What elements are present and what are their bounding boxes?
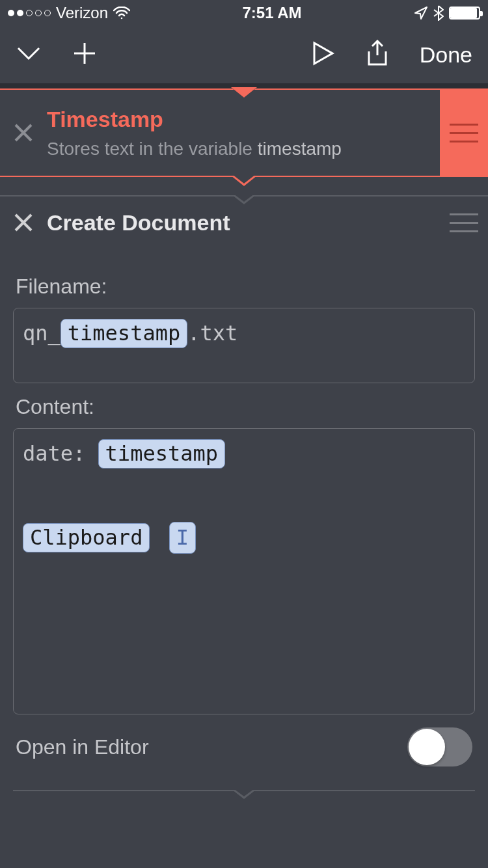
cursor-indicator: I [169,522,196,554]
reorder-handle[interactable] [440,90,488,176]
remove-step-button[interactable] [0,213,47,232]
open-in-editor-toggle[interactable] [407,727,472,766]
step-title: Timestamp [47,107,440,132]
done-button[interactable]: Done [420,42,472,68]
step-create-document[interactable]: Create Document [0,195,488,249]
add-button[interactable] [73,42,96,68]
wifi-icon [113,7,130,20]
toolbar: Done [0,26,488,83]
step-title: Create Document [47,210,440,236]
collapse-button[interactable] [16,46,42,64]
close-icon [14,123,33,142]
variable-token-clipboard[interactable]: Clipboard [23,523,150,552]
bottom-divider [13,790,475,816]
step-params: Filename: qn_timestamp.txt Content: date… [0,249,488,830]
content-label: Content: [16,395,472,419]
grip-line-icon [450,141,478,142]
open-in-editor-row: Open in Editor [13,714,475,774]
close-icon [14,213,33,232]
grip-line-icon [450,124,478,126]
signal-strength-icon [8,10,51,16]
variable-token-timestamp[interactable]: timestamp [98,439,225,468]
grip-line-icon [450,222,478,224]
toggle-knob-icon [409,729,445,765]
share-icon [366,40,388,67]
text-literal: date: [23,441,98,466]
share-button[interactable] [366,40,388,70]
step-subtitle: Stores text in the variable timestamp [47,139,440,159]
chevron-down-icon [16,46,42,61]
content-field[interactable]: date: timestamp Clipboard I [13,428,475,714]
play-icon [312,40,335,66]
plus-icon [73,42,96,65]
step-content: Timestamp Stores text in the variable ti… [47,95,440,171]
remove-step-button[interactable] [0,123,47,142]
text-literal: qn_ [23,321,61,346]
run-button[interactable] [312,40,335,69]
battery-icon [449,7,480,20]
step-timestamp[interactable]: Timestamp Stores text in the variable ti… [0,88,488,177]
open-in-editor-label: Open in Editor [16,735,149,759]
status-left: Verizon [8,4,130,22]
variable-token-timestamp[interactable]: timestamp [61,319,187,348]
filename-label: Filename: [16,275,472,299]
carrier-label: Verizon [56,4,108,22]
notch-bottom-icon [232,790,256,799]
filename-field[interactable]: qn_timestamp.txt [13,308,475,383]
clock: 7:51 AM [242,4,301,22]
grip-line-icon [450,230,478,232]
text-literal: .txt [187,321,237,346]
status-bar: Verizon 7:51 AM [0,0,488,26]
reorder-handle[interactable] [440,197,488,249]
location-icon [414,6,428,20]
notch-top-icon [232,88,256,98]
step-content: Create Document [47,198,440,247]
grip-line-icon [450,132,478,134]
status-right [414,5,480,21]
notch-bottom-icon [231,176,257,186]
grip-line-icon [450,213,478,215]
notch-top-icon [232,195,256,204]
bluetooth-icon [433,5,444,21]
